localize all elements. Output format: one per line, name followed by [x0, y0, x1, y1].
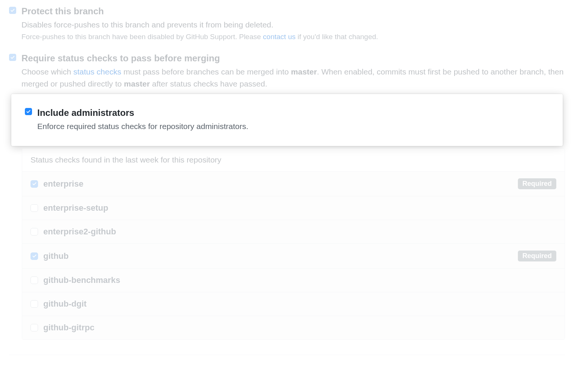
status-check-row: github-benchmarks	[22, 268, 565, 292]
status-check-row: github-gitrpc	[22, 316, 565, 339]
protect-branch-section: Protect this branch Disables force-pushe…	[9, 5, 565, 41]
desc-text: Choose which	[21, 67, 73, 76]
require-checks-checkbox[interactable]	[9, 54, 16, 61]
status-checks-header: Status checks found in the last week for…	[22, 149, 565, 171]
desc-text: must pass before branches can be merged …	[121, 67, 291, 76]
status-check-name: github-dgit	[43, 299, 87, 309]
check-icon	[26, 109, 31, 114]
status-checks-box: Status checks found in the last week for…	[22, 148, 565, 340]
status-checks-link[interactable]: status checks	[73, 67, 121, 76]
require-checks-title: Require status checks to pass before mer…	[21, 52, 565, 65]
divider	[9, 355, 565, 355]
status-check-name: github-gitrpc	[43, 323, 95, 333]
status-check-name: github	[43, 251, 69, 261]
status-check-name: enterprise-setup	[43, 203, 108, 213]
status-check-left: enterprise2-github	[31, 227, 116, 237]
status-check-checkbox[interactable]	[31, 277, 38, 284]
status-check-checkbox[interactable]	[31, 204, 38, 212]
require-checks-content: Require status checks to pass before mer…	[21, 52, 565, 90]
protect-branch-checkbox[interactable]	[9, 7, 16, 14]
status-check-row: github-dgit	[22, 292, 565, 316]
status-check-checkbox[interactable]	[31, 228, 38, 236]
status-check-left: github	[31, 251, 69, 261]
status-check-row: githubRequired	[22, 243, 565, 268]
protect-branch-title: Protect this branch	[21, 5, 378, 18]
include-admins-title: Include administrators	[37, 106, 248, 120]
include-admins-content: Include administrators Enforce required …	[37, 106, 248, 133]
status-check-name: enterprise2-github	[43, 227, 116, 237]
check-icon	[10, 55, 15, 60]
required-badge: Required	[518, 251, 556, 261]
include-admins-desc: Enforce required status checks for repos…	[37, 120, 248, 133]
include-admins-card: Include administrators Enforce required …	[11, 94, 563, 146]
status-check-checkbox[interactable]	[31, 300, 38, 308]
contact-us-link[interactable]: contact us	[263, 33, 296, 41]
check-icon	[10, 8, 15, 13]
branch-name: master	[124, 79, 150, 88]
status-check-row: enterprise-setup	[22, 196, 565, 220]
checks-list-wrapper: Status checks found in the last week for…	[9, 148, 565, 340]
desc-text: after status checks have passed.	[150, 79, 267, 88]
status-check-checkbox[interactable]	[31, 324, 38, 331]
include-admins-checkbox[interactable]	[25, 108, 32, 115]
status-check-left: github-benchmarks	[31, 275, 120, 285]
check-icon	[32, 181, 37, 186]
status-check-left: github-dgit	[31, 299, 87, 309]
branch-name: master	[291, 67, 317, 76]
required-badge: Required	[518, 178, 556, 189]
status-check-row: enterprise2-github	[22, 220, 565, 243]
check-icon	[32, 254, 37, 258]
require-checks-desc: Choose which status checks must pass bef…	[21, 66, 565, 90]
protect-branch-content: Protect this branch Disables force-pushe…	[21, 5, 378, 41]
note-text: Force-pushes to this branch have been di…	[21, 33, 263, 41]
require-checks-section: Require status checks to pass before mer…	[9, 52, 565, 90]
note-text-suffix: if you'd like that changed.	[296, 33, 378, 41]
protect-branch-desc: Disables force-pushes to this branch and…	[21, 19, 378, 31]
status-check-left: enterprise	[31, 179, 83, 189]
status-check-name: github-benchmarks	[43, 275, 120, 285]
status-check-checkbox[interactable]	[31, 180, 38, 188]
protect-branch-note: Force-pushes to this branch have been di…	[21, 33, 378, 41]
status-check-left: enterprise-setup	[31, 203, 108, 213]
status-check-left: github-gitrpc	[31, 323, 95, 333]
branch-protection-settings: Protect this branch Disables force-pushe…	[0, 0, 574, 392]
status-checks-list: enterpriseRequiredenterprise-setupenterp…	[22, 171, 565, 339]
status-check-checkbox[interactable]	[31, 252, 38, 260]
status-check-row: enterpriseRequired	[22, 171, 565, 196]
status-check-name: enterprise	[43, 179, 83, 189]
